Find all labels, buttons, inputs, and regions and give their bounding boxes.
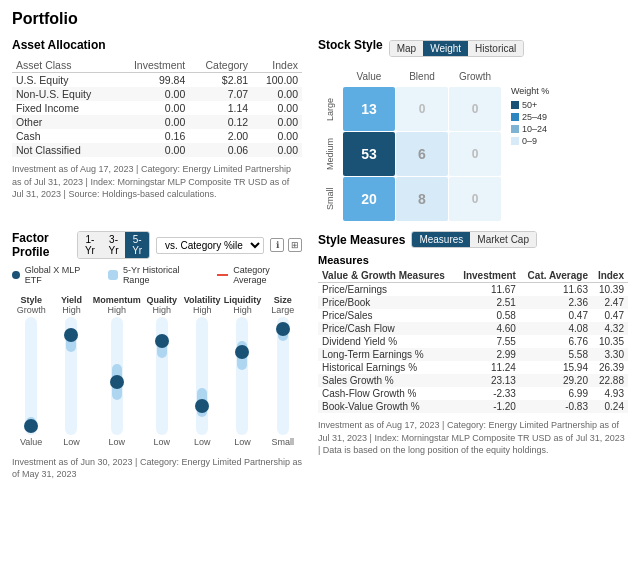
measures-col-index: Index bbox=[592, 269, 628, 283]
fp-tab-3yr[interactable]: 3-Yr bbox=[102, 232, 126, 258]
measure-index: 0.24 bbox=[592, 400, 628, 413]
measure-investment: 2.99 bbox=[456, 348, 520, 361]
asset-allocation-title: Asset Allocation bbox=[12, 38, 302, 52]
stock-style-tab-historical[interactable]: Historical bbox=[468, 41, 523, 56]
grid-cell: 53 bbox=[343, 132, 395, 176]
factor-profile-header: Factor Profile 1-Yr3-Yr5-Yr vs. Category… bbox=[12, 231, 302, 259]
bubble-col-style: StyleGrowthValue bbox=[12, 295, 50, 447]
sm-tab-measures[interactable]: Measures bbox=[412, 232, 470, 247]
table-row: Price/Sales 0.58 0.47 0.47 bbox=[318, 309, 628, 322]
grid-col-header: Growth bbox=[449, 66, 501, 86]
measure-name: Cash-Flow Growth % bbox=[318, 387, 456, 400]
sm-tab-market-cap[interactable]: Market Cap bbox=[470, 232, 536, 247]
asset-category: 0.12 bbox=[189, 115, 252, 129]
table-row: Price/Cash Flow 4.60 4.08 4.32 bbox=[318, 322, 628, 335]
measure-cat-avg: 6.99 bbox=[520, 387, 592, 400]
stock-style-tabs: MapWeightHistorical bbox=[389, 40, 525, 57]
asset-name: U.S. Equity bbox=[12, 73, 115, 88]
bubble-track bbox=[273, 317, 293, 435]
table-row: Long-Term Earnings % 2.99 5.58 3.30 bbox=[318, 348, 628, 361]
stock-style-tab-map[interactable]: Map bbox=[390, 41, 423, 56]
asset-index: 0.00 bbox=[252, 87, 302, 101]
legend-label: 0–9 bbox=[522, 136, 537, 146]
legend-color-box bbox=[511, 137, 519, 145]
stock-style-tab-weight[interactable]: Weight bbox=[423, 41, 468, 56]
bubble-bg-bar bbox=[196, 317, 208, 435]
measure-name: Book-Value Growth % bbox=[318, 400, 456, 413]
grid-cell: 8 bbox=[396, 177, 448, 221]
grid-cell: 6 bbox=[396, 132, 448, 176]
fp-bubble-chart: StyleGrowthValueYieldHighLowMomentumHigh… bbox=[12, 291, 302, 451]
fp-icons: ℹ ⊞ bbox=[270, 238, 302, 252]
bubble-col-momentum: MomentumHighLow bbox=[93, 295, 141, 447]
table-row: Book-Value Growth % -1.20 -0.83 0.24 bbox=[318, 400, 628, 413]
bubble-top-label: High bbox=[107, 305, 126, 315]
asset-index: 0.00 bbox=[252, 143, 302, 157]
measure-index: 22.88 bbox=[592, 374, 628, 387]
asset-name: Not Classified bbox=[12, 143, 115, 157]
asset-name: Fixed Income bbox=[12, 101, 115, 115]
asset-category: 1.14 bbox=[189, 101, 252, 115]
measure-name: Long-Term Earnings % bbox=[318, 348, 456, 361]
fp-tab-1yr[interactable]: 1-Yr bbox=[78, 232, 102, 258]
measure-investment: -2.33 bbox=[456, 387, 520, 400]
measure-name: Price/Book bbox=[318, 296, 456, 309]
table-row: Dividend Yield % 7.55 6.76 10.35 bbox=[318, 335, 628, 348]
asset-index: 0.00 bbox=[252, 129, 302, 143]
measure-investment: 0.58 bbox=[456, 309, 520, 322]
page-container: Portfolio Asset Allocation Asset Class I… bbox=[0, 0, 640, 490]
measures-col-name: Value & Growth Measures bbox=[318, 269, 456, 283]
stock-style-legend: Weight %50+25–4910–240–9 bbox=[511, 86, 549, 221]
legend-label: 10–24 bbox=[522, 124, 547, 134]
grid-cell: 0 bbox=[396, 87, 448, 131]
asset-name: Non-U.S. Equity bbox=[12, 87, 115, 101]
style-measures-header: Style Measures MeasuresMarket Cap bbox=[318, 231, 628, 248]
factor-profile-tabs: 1-Yr3-Yr5-Yr bbox=[77, 231, 150, 259]
bubble-col-yield: YieldHighLow bbox=[52, 295, 90, 447]
bubble-track bbox=[61, 317, 81, 435]
fp-grid-icon[interactable]: ⊞ bbox=[288, 238, 302, 252]
asset-investment: 0.00 bbox=[115, 87, 189, 101]
legend-range bbox=[108, 270, 118, 280]
bubble-top-label: High bbox=[153, 305, 172, 315]
asset-name: Other bbox=[12, 115, 115, 129]
asset-investment: 99.84 bbox=[115, 73, 189, 88]
legend-label: Global X MLP ETF bbox=[25, 265, 97, 285]
bubble-col-volatility: VolatilityHighLow bbox=[183, 295, 221, 447]
stock-style-title: Stock Style bbox=[318, 38, 383, 52]
measure-cat-avg: 5.58 bbox=[520, 348, 592, 361]
fp-dropdown[interactable]: vs. Category %ile bbox=[156, 237, 264, 254]
bubble-top-label: Large bbox=[271, 305, 294, 315]
bubble-track bbox=[232, 317, 252, 435]
legend-label: Category Average bbox=[233, 265, 302, 285]
fp-tab-5yr[interactable]: 5-Yr bbox=[125, 232, 149, 258]
measures-subsection-title: Measures bbox=[318, 254, 628, 266]
measure-investment: 23.13 bbox=[456, 374, 520, 387]
asset-name: Cash bbox=[12, 129, 115, 143]
bubble-col-quality: QualityHighLow bbox=[143, 295, 181, 447]
legend-dot bbox=[12, 271, 20, 279]
bubble-top-label: High bbox=[193, 305, 212, 315]
measure-cat-avg: -0.83 bbox=[520, 400, 592, 413]
grid-cell: 0 bbox=[449, 132, 501, 176]
bubble-track bbox=[21, 317, 41, 435]
bubble-track bbox=[107, 317, 127, 435]
grid-row-label: Medium bbox=[318, 132, 342, 176]
measure-index: 2.47 bbox=[592, 296, 628, 309]
asset-category: 7.07 bbox=[189, 87, 252, 101]
measure-index: 10.35 bbox=[592, 335, 628, 348]
grid-row-label: Small bbox=[318, 177, 342, 221]
bubble-bottom-label: Small bbox=[272, 437, 295, 447]
measure-index: 10.39 bbox=[592, 283, 628, 297]
table-row: Price/Book 2.51 2.36 2.47 bbox=[318, 296, 628, 309]
bubble-top-label: High bbox=[62, 305, 81, 315]
legend-line bbox=[217, 274, 228, 276]
measures-col-cat: Cat. Average bbox=[520, 269, 592, 283]
bubble-bottom-label: Low bbox=[154, 437, 171, 447]
bubble-dot bbox=[276, 322, 290, 336]
fp-info-icon[interactable]: ℹ bbox=[270, 238, 284, 252]
bubble-col-header: Yield bbox=[61, 295, 82, 305]
measure-index: 26.39 bbox=[592, 361, 628, 374]
bubble-bottom-label: Low bbox=[63, 437, 80, 447]
table-row: Not Classified 0.00 0.06 0.00 bbox=[12, 143, 302, 157]
